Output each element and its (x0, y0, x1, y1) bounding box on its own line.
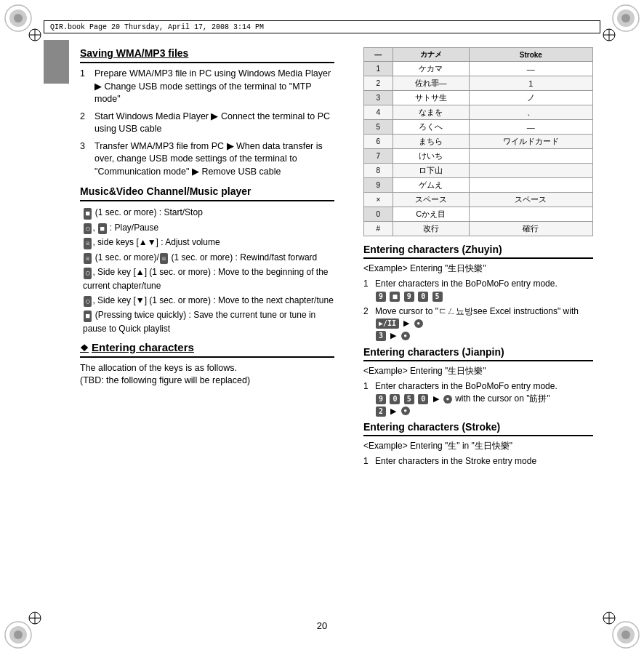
table-row: 7 けいち (364, 149, 593, 164)
table-row: 9 ゲムえ (364, 178, 593, 193)
section1-title: Saving WMA/MP3 files (80, 47, 334, 59)
key-5: 5 (432, 292, 443, 302)
table-header-col1: — (364, 48, 393, 62)
corner-decoration-bl (4, 620, 33, 649)
circle-btn: ● (414, 319, 423, 328)
table-header-col3: Stroke (469, 48, 592, 62)
icon-circle3: ○ (84, 296, 92, 308)
table-row: × スペース スペース (364, 193, 593, 207)
table-row: 1 ケカマ — (364, 62, 593, 76)
zhuyin-divider (363, 257, 593, 259)
key-0: 0 (418, 292, 428, 302)
table-header-col2: カナメ (393, 48, 469, 62)
saving-steps-list: 1 Prepare WMA/MP3 file in PC using Windo… (80, 68, 334, 178)
sidebar-gray (44, 40, 69, 84)
jianpin-title: Entering characters (Jianpin) (363, 346, 593, 358)
stroke-divider (363, 435, 593, 436)
key-stop: ■ (390, 292, 400, 302)
key-9: 9 (376, 292, 386, 302)
key-5b: 5 (404, 394, 414, 404)
svg-point-2 (14, 14, 23, 23)
key-0c: 0 (418, 394, 428, 404)
section2-title: Music&Video Channel/Music player (80, 185, 334, 197)
table-row: 4 なまを 、 (364, 105, 593, 120)
corner-decoration-tl (4, 4, 33, 33)
main-left-content: Saving WMA/MP3 files 1 Prepare WMA/MP3 f… (69, 40, 345, 613)
table-row: 6 まちら ワイルドカード (364, 135, 593, 149)
music-bullet-list: ■ (1 sec. or more) : Start/Stop ○, ■ : P… (80, 206, 334, 335)
key-play: ▶/II (376, 319, 399, 329)
icon-rewind: ☒ (84, 253, 92, 265)
key-9c: 9 (376, 394, 386, 404)
jianpin-divider (363, 360, 593, 361)
saving-step-2: 2 Start Windows Media Player ▶ Connect t… (80, 111, 334, 136)
stroke-title: Entering characters (Stroke) (363, 421, 593, 433)
jianpin-example: <Example> Entering "生日快樂" (363, 365, 593, 377)
icon-x: ☒ (84, 238, 92, 249)
table-row: 3 サトサ生 ノ (364, 91, 593, 105)
music-bullet-6: ○, Side key [▼] (1 sec. or more) : Move … (80, 294, 334, 308)
zhuyin-step2: 2 Move cursor to "ㄷㄥ뇨방see Excel instruct… (363, 305, 593, 342)
icon-circle2: ○ (84, 268, 92, 279)
table-header-row: — カナメ Stroke (364, 48, 593, 62)
svg-point-5 (621, 14, 630, 23)
icon-ff: ☒ (160, 253, 168, 265)
zhuyin-title: Entering characters (Zhuyin) (363, 244, 593, 255)
key-2: 2 (376, 406, 386, 417)
table-row: 0 Cかえ目 (364, 207, 593, 222)
circle-btn2: ● (443, 395, 452, 404)
corner-decoration-tr (611, 4, 640, 33)
table-row: 2 佐れ罪— 1 (364, 76, 593, 91)
entering-desc: The allocation of the keys is as follows… (80, 362, 334, 388)
section3-divider (80, 356, 334, 358)
table-row: 5 ろくへ — (364, 120, 593, 135)
music-bullet-5: ○, Side key [▲] (1 sec. or more) : Move … (80, 265, 334, 292)
music-bullet-3: ☒, side keys [▲▼] : Adjust volume (80, 236, 334, 249)
right-content-area: — カナメ Stroke 1 ケカマ — 2 佐れ罪— 1 3 サトサ生 ノ (356, 40, 600, 613)
stroke-example: <Example> Entering "生" in "生日快樂" (363, 440, 593, 452)
page-number: 20 (317, 620, 327, 631)
icon-stop2: ■ (98, 223, 106, 235)
header-text: QIR.book Page 20 Thursday, April 17, 200… (50, 23, 264, 31)
key-3: 3 (376, 331, 386, 341)
key-0b: 0 (390, 394, 400, 404)
arrow-r2: ▶ (433, 393, 439, 404)
music-bullet-1: ■ (1 sec. or more) : Start/Stop (80, 206, 334, 220)
icon-circle: ○ (84, 223, 92, 235)
music-bullet-4: ☒ (1 sec. or more)/☒ (1 sec. or more) : … (80, 251, 334, 265)
key-9b: 9 (404, 292, 414, 302)
stroke-step1: 1 Enter characters in the Stroke entry m… (363, 455, 593, 468)
zhuyin-example: <Example> Entering "生日快樂" (363, 263, 593, 275)
svg-point-8 (14, 630, 23, 639)
icon-stop3: ■ (84, 311, 92, 322)
table-row: # 改行 確行 (364, 222, 593, 236)
saving-step-1: 1 Prepare WMA/MP3 file in PC using Windo… (80, 68, 334, 106)
arrow-right: ▶ (403, 318, 409, 329)
svg-point-11 (621, 630, 630, 639)
section3-title: Entering characters (80, 341, 334, 353)
section2-divider (80, 200, 334, 201)
header-bar: QIR.book Page 20 Thursday, April 17, 200… (44, 20, 600, 33)
jianpin-step1: 1 Enter characters in the BoPoMoFo entry… (363, 380, 593, 417)
icon-stop: ■ (84, 208, 92, 220)
section1-divider (80, 62, 334, 63)
jp-input-table: — カナメ Stroke 1 ケカマ — 2 佐れ罪— 1 3 サトサ生 ノ (363, 47, 593, 236)
table-row: 8 ロ下山 (364, 164, 593, 178)
corner-decoration-br (611, 620, 640, 649)
music-bullet-7: ■ (Pressing twice quickly) : Save the cu… (80, 308, 334, 335)
zhuyin-step1: 1 Enter characters in the BoPoMoFo entry… (363, 278, 593, 303)
music-bullet-2: ○, ■ : Play/Pause (80, 221, 334, 235)
saving-step-3: 3 Transfer WMA/MP3 file from PC ▶ When d… (80, 140, 334, 179)
